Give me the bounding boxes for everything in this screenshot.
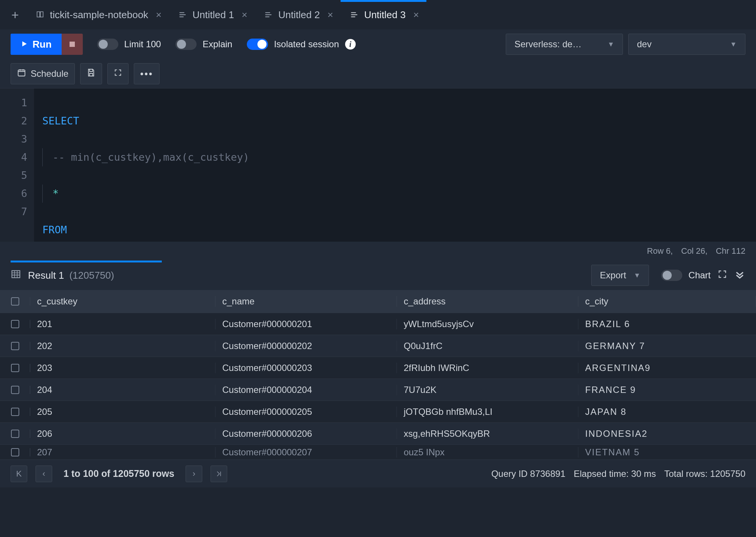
cell-name: Customer#000000202 xyxy=(215,341,397,351)
table-row[interactable]: 201Customer#000000201yWLtmd5usyjsCvBRAZI… xyxy=(0,313,756,335)
column-header[interactable]: c_address xyxy=(397,296,578,307)
export-dropdown[interactable]: Export ▼ xyxy=(591,265,649,286)
connection-dropdown[interactable]: Serverless: de… ▼ xyxy=(506,34,623,55)
cell-address: Q0uJ1frC xyxy=(397,341,578,351)
table-row[interactable]: 202Customer#000000202Q0uJ1frCGERMANY 7 xyxy=(0,335,756,357)
expand-icon xyxy=(114,68,122,79)
info-icon[interactable]: i xyxy=(345,39,356,50)
column-header[interactable]: c_name xyxy=(215,296,397,307)
row-checkbox[interactable] xyxy=(11,342,19,350)
chevron-down-icon: ▼ xyxy=(730,40,737,48)
line-gutter: 1 2 3 4 5 6 7 xyxy=(0,88,34,242)
query-icon xyxy=(350,10,359,19)
tab-label: Untitled 2 xyxy=(278,9,320,21)
book-icon xyxy=(36,10,45,19)
run-button[interactable]: Run xyxy=(11,34,62,55)
table-icon xyxy=(11,269,21,282)
line-number: 7 xyxy=(0,203,27,221)
table-row[interactable]: 207Customer#000000207ouz5 INpxVIETNAM 5 xyxy=(0,444,756,459)
results-table: c_custkey c_name c_address c_city 201Cus… xyxy=(0,290,756,459)
table-row[interactable]: 206Customer#000000206xsg,ehRHS5OKqyBRIND… xyxy=(0,422,756,444)
connection-label: Serverless: de… xyxy=(514,39,581,50)
explain-toggle[interactable] xyxy=(175,39,197,50)
cell-city: GERMANY 7 xyxy=(578,341,756,351)
tab-untitled-1[interactable]: Untitled 1 × xyxy=(169,0,255,29)
cell-name: Customer#000000203 xyxy=(215,363,397,373)
row-checkbox[interactable] xyxy=(11,386,19,394)
code-area[interactable]: SELECT -- min(c_custkey),max(c_custkey) … xyxy=(34,88,756,242)
cell-name: Customer#000000206 xyxy=(215,428,397,439)
tab-notebook[interactable]: tickit-sample-notebook × xyxy=(26,0,169,29)
export-label: Export xyxy=(600,270,626,281)
database-dropdown[interactable]: dev ▼ xyxy=(628,34,745,55)
collapse-results-button[interactable] xyxy=(734,268,745,282)
limit-toggle[interactable] xyxy=(97,39,118,50)
cell-custkey: 206 xyxy=(30,428,215,439)
expand-results-button[interactable] xyxy=(717,269,727,282)
row-checkbox[interactable] xyxy=(11,448,19,456)
cell-name: Customer#000000204 xyxy=(215,385,397,395)
cursor-row: Row 6, xyxy=(647,246,673,256)
last-page-button[interactable] xyxy=(211,466,227,482)
chevron-down-icon: ▼ xyxy=(634,272,640,279)
cell-address: ouz5 INpx xyxy=(397,447,578,458)
column-header[interactable]: c_city xyxy=(578,296,756,307)
first-page-button[interactable]: K xyxy=(11,466,27,482)
stop-button[interactable] xyxy=(62,34,83,55)
keyword: SELECT xyxy=(42,115,79,127)
sql-editor[interactable]: 1 2 3 4 5 6 7 SELECT -- min(c_custkey),m… xyxy=(0,88,756,242)
tab-label: Untitled 1 xyxy=(192,9,234,21)
line-number: 1 xyxy=(0,94,27,112)
next-page-button[interactable]: › xyxy=(186,466,202,482)
stop-icon xyxy=(70,42,75,47)
save-button[interactable] xyxy=(80,63,102,84)
query-id: Query ID 8736891 xyxy=(491,469,565,479)
calendar-icon xyxy=(17,68,26,79)
close-icon[interactable]: × xyxy=(242,9,247,21)
svg-rect-1 xyxy=(12,271,20,278)
table-row[interactable]: 203Customer#0000002032fRIubh IWRinCARGEN… xyxy=(0,357,756,379)
select-all-checkbox[interactable] xyxy=(11,297,19,306)
tabs-bar: + tickit-sample-notebook × Untitled 1 × … xyxy=(0,0,756,29)
cell-city: FRANCE 9 xyxy=(578,385,756,395)
cell-name: Customer#000000201 xyxy=(215,319,397,329)
total-rows: Total rows: 1205750 xyxy=(664,469,745,479)
more-button[interactable]: ••• xyxy=(134,63,160,84)
isolated-toggle[interactable] xyxy=(247,39,268,50)
tab-untitled-2[interactable]: Untitled 2 × xyxy=(255,0,341,29)
cell-address: xsg,ehRHS5OKqyBR xyxy=(397,428,578,439)
limit-label: Limit 100 xyxy=(124,39,161,50)
run-label: Run xyxy=(33,39,52,50)
chevron-down-icon: ▼ xyxy=(607,40,614,48)
fullscreen-button[interactable] xyxy=(107,63,129,84)
line-number: 3 xyxy=(0,130,27,148)
cell-custkey: 201 xyxy=(30,319,215,329)
row-checkbox[interactable] xyxy=(11,430,19,438)
row-checkbox[interactable] xyxy=(11,364,19,372)
result-tab[interactable]: Result 1 (1205750) xyxy=(28,270,114,281)
row-checkbox[interactable] xyxy=(11,408,19,416)
prev-page-button[interactable]: ‹ xyxy=(36,466,52,482)
results-header: Result 1 (1205750) Export ▼ Chart xyxy=(0,261,756,290)
table-row[interactable]: 204Customer#0000002047U7u2KFRANCE 9 xyxy=(0,379,756,400)
cursor-col: Col 26, xyxy=(681,246,708,256)
column-header[interactable]: c_custkey xyxy=(30,296,215,307)
table-row[interactable]: 205Customer#000000205jOTQBGb nhfBMu3,LIJ… xyxy=(0,400,756,422)
chart-toggle[interactable] xyxy=(661,270,682,281)
query-icon xyxy=(264,10,273,19)
tab-untitled-3[interactable]: Untitled 3 × xyxy=(341,0,426,29)
result-count: (1205750) xyxy=(69,270,114,281)
close-icon[interactable]: × xyxy=(413,9,419,21)
row-checkbox[interactable] xyxy=(11,320,19,328)
comment: -- min(c_custkey),max(c_custkey) xyxy=(53,151,249,163)
page-range: 1 to 100 of 1205750 rows xyxy=(64,468,174,479)
close-icon[interactable]: × xyxy=(156,9,161,21)
editor-status-bar: Row 6, Col 26, Chr 112 xyxy=(0,242,756,261)
cell-address: yWLtmd5usyjsCv xyxy=(397,319,578,329)
schedule-button[interactable]: Schedule xyxy=(11,63,75,84)
close-icon[interactable]: × xyxy=(327,9,333,21)
add-tab-button[interactable]: + xyxy=(4,8,26,22)
chart-label: Chart xyxy=(688,270,711,281)
cell-custkey: 202 xyxy=(30,341,215,351)
isolated-label: Isolated session xyxy=(274,39,339,50)
